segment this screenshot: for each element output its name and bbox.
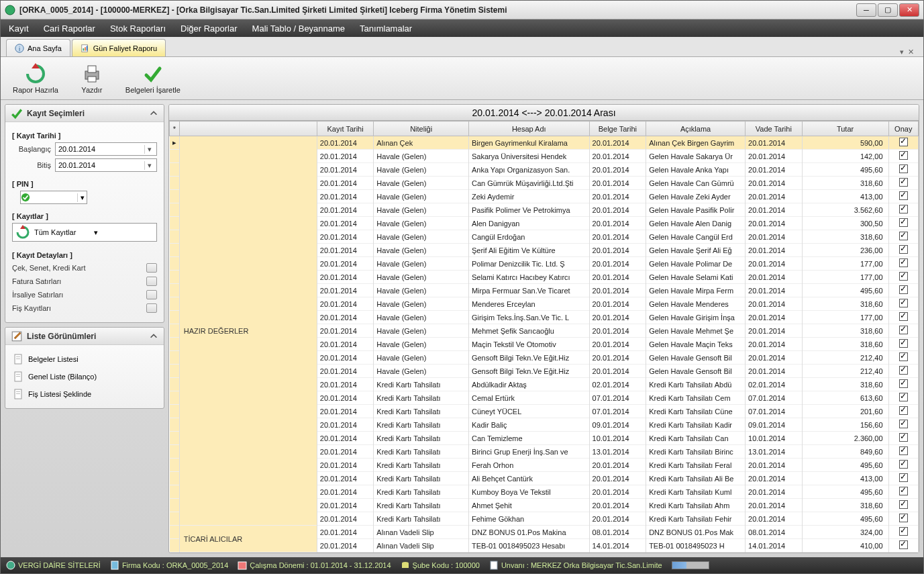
rapor-hazirla-button[interactable]: Rapor Hazırla	[9, 60, 62, 97]
cell-onay[interactable]	[888, 217, 918, 230]
cell-onay[interactable]	[888, 391, 918, 405]
panel-header[interactable]: Liste Görünümleri	[5, 328, 164, 345]
panel-header[interactable]: Kayıt Seçimleri	[5, 105, 164, 122]
cell-onay[interactable]	[888, 203, 918, 217]
column-header[interactable]: Vade Tarihi	[746, 122, 803, 136]
yazdir-button[interactable]: Yazdır	[77, 60, 107, 97]
cell-vt: 20.01.2014	[746, 257, 803, 271]
cell-onay[interactable]	[888, 485, 918, 499]
tab-gun-faliyet[interactable]: Gün Faliyet Raporu	[72, 39, 166, 56]
cell-kt: 20.01.2014	[317, 351, 374, 365]
menu-diger-raporlar[interactable]: Diğer Raporlar	[181, 23, 238, 34]
tab-close-icon[interactable]: ✕	[908, 48, 914, 56]
cell-onay[interactable]	[888, 284, 918, 297]
detay-checkbox-row[interactable]: Fatura Satırları	[12, 277, 157, 286]
cell-onay[interactable]	[888, 526, 918, 539]
detay-checkbox-row[interactable]: İrsaliye Satırları	[12, 290, 157, 299]
cell-onay[interactable]	[888, 297, 918, 311]
checkbox[interactable]	[146, 277, 157, 286]
menu-kayit[interactable]: Kayıt	[9, 23, 29, 34]
checkbox-icon	[899, 540, 908, 549]
cell-vt: 20.01.2014	[746, 338, 803, 351]
cell-onay[interactable]	[888, 136, 918, 150]
baslangic-input[interactable]: 20.01.2014▾	[55, 142, 157, 156]
liste-item[interactable]: Fiş Listesi Şeklinde	[12, 385, 157, 403]
checkbox[interactable]	[146, 303, 157, 313]
maximize-button[interactable]: ▢	[878, 3, 898, 17]
cell-aci: Kredi Kartı Tahsilatı Birinc	[646, 445, 746, 459]
pin-input[interactable]: ▾	[20, 191, 87, 204]
table-row[interactable]: ▸HAZIR DEĞERLER20.01.2014Alınan ÇekBirge…	[170, 136, 919, 150]
cell-onay[interactable]	[888, 539, 918, 553]
cell-onay[interactable]	[888, 459, 918, 472]
cell-onay[interactable]	[888, 512, 918, 526]
cell-onay[interactable]	[888, 351, 918, 365]
column-header[interactable]: Niteliği	[374, 122, 469, 136]
cell-onay[interactable]	[888, 445, 918, 459]
tab-menu-icon[interactable]: ▾	[900, 48, 904, 56]
cell-onay[interactable]	[888, 405, 918, 418]
cell-kt: 20.01.2014	[317, 432, 374, 445]
cell-onay[interactable]	[888, 257, 918, 271]
cell-hesap: Ferah Orhon	[468, 459, 589, 472]
column-header[interactable]: *	[170, 122, 180, 136]
cell-onay[interactable]	[888, 365, 918, 378]
cell-aci: Gelen Havale Zeki Ayder	[646, 190, 746, 203]
menu-cari-raporlar[interactable]: Cari Raporlar	[44, 23, 95, 34]
cell-onay[interactable]	[888, 324, 918, 338]
cell-kt: 20.01.2014	[317, 338, 374, 351]
cell-onay[interactable]	[888, 499, 918, 512]
checkbox-icon	[899, 245, 908, 254]
data-grid[interactable]: *Kayıt TarihiNiteliğiHesap AdıBelge Tari…	[169, 121, 919, 553]
checkbox[interactable]	[146, 263, 157, 273]
kayitlar-select[interactable]: Tüm Kayıtlar ▾	[12, 223, 157, 242]
column-header[interactable]	[179, 122, 317, 136]
liste-item[interactable]: Genel Liste (Bilanço)	[12, 368, 157, 385]
cell-onay[interactable]	[888, 338, 918, 351]
cell-aci: Gelen Havale Girişim İnşa	[646, 311, 746, 324]
checkbox[interactable]	[146, 290, 157, 299]
column-header[interactable]: Açıklama	[646, 122, 746, 136]
column-header[interactable]: Hesap Adı	[468, 122, 589, 136]
cell-onay[interactable]	[888, 163, 918, 177]
bitis-input[interactable]: 20.01.2014▾	[55, 158, 157, 172]
checkbox-label: Fatura Satırları	[12, 277, 61, 285]
cell-onay[interactable]	[888, 418, 918, 432]
liste-item[interactable]: Belgeler Listesi	[12, 350, 157, 368]
cell-onay[interactable]	[888, 244, 918, 257]
db-icon	[401, 561, 410, 570]
cell-onay[interactable]	[888, 230, 918, 244]
table-row[interactable]: TİCARİ ALICILAR20.01.2014Alınan Vadeli S…	[170, 526, 919, 539]
cell-bt: 20.01.2014	[589, 150, 646, 163]
cell-vt: 02.01.2014	[746, 378, 803, 391]
column-header[interactable]: Tutar	[802, 122, 888, 136]
checkbox-icon	[899, 299, 908, 307]
cell-onay[interactable]	[888, 150, 918, 163]
cell-vt: 10.01.2014	[746, 432, 803, 445]
cell-onay[interactable]	[888, 271, 918, 284]
column-header[interactable]: Belge Tarihi	[589, 122, 646, 136]
menu-mali-tablo[interactable]: Mali Tablo / Beyanname	[252, 23, 346, 34]
cell-onay[interactable]	[888, 311, 918, 324]
tab-ana-sayfa[interactable]: i Ana Sayfa	[6, 39, 70, 56]
cell-tut: 413,00	[802, 190, 888, 203]
detay-checkbox-row[interactable]: Çek, Senet, Kredi Kart	[12, 263, 157, 273]
cell-aci: Kredi Kartı Tahsilatı Fehir	[646, 512, 746, 526]
minimize-button[interactable]: ─	[856, 3, 876, 17]
refresh-icon	[25, 63, 46, 85]
menu-tanimlamalar[interactable]: Tanımlamalar	[360, 23, 412, 34]
detay-checkbox-row[interactable]: Fiş Kayıtları	[12, 303, 157, 313]
status-vergi[interactable]: VERGİ DAİRE SİTELERİ	[6, 561, 101, 570]
cell-onay[interactable]	[888, 190, 918, 203]
cell-onay[interactable]	[888, 378, 918, 391]
cell-onay[interactable]	[888, 177, 918, 190]
column-header[interactable]: Onay	[888, 122, 918, 136]
cell-onay[interactable]	[888, 472, 918, 485]
close-button[interactable]: ✕	[899, 3, 919, 17]
page-icon	[13, 389, 24, 399]
belgeleri-isaretle-button[interactable]: Belgeleri İşaretle	[121, 60, 185, 97]
cell-onay[interactable]	[888, 432, 918, 445]
menu-stok-raporlari[interactable]: Stok Raporları	[110, 23, 166, 34]
column-header[interactable]: Kayıt Tarihi	[317, 122, 374, 136]
cell-kt: 20.01.2014	[317, 526, 374, 539]
